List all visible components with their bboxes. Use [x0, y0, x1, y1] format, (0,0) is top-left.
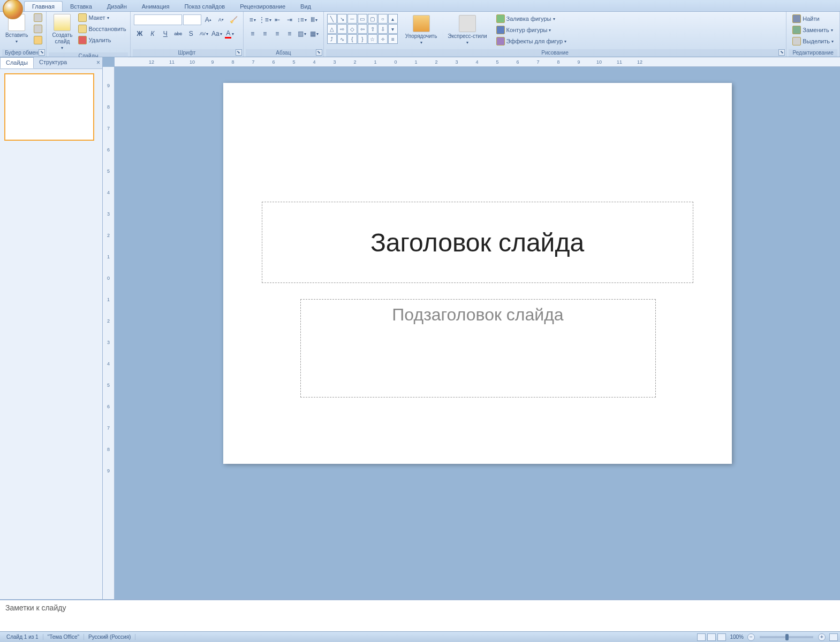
drawing-dialog-launcher[interactable]: ⬊: [778, 49, 785, 56]
tab-slideshow[interactable]: Показ слайдов: [177, 2, 232, 11]
tab-animation[interactable]: Анимация: [134, 2, 177, 11]
justify-button[interactable]: ≡: [284, 28, 296, 40]
tab-design[interactable]: Дизайн: [100, 2, 134, 11]
shape-diamond[interactable]: ◇: [347, 24, 357, 34]
font-dialog-launcher[interactable]: ⬊: [236, 49, 242, 56]
horizontal-ruler[interactable]: 1211109876543210123456789101112: [115, 57, 840, 67]
pen-icon: [496, 26, 505, 34]
shape-rect2[interactable]: ▢: [368, 14, 377, 24]
increase-indent-button[interactable]: ⇥: [284, 14, 296, 26]
shape-rarrow[interactable]: ⇨: [337, 24, 347, 34]
shape-arrow[interactable]: ↘: [337, 14, 347, 24]
normal-view-button[interactable]: [697, 633, 706, 641]
shape-callout[interactable]: ✧: [378, 34, 388, 44]
shape-fill-button[interactable]: Заливка фигуры ▾: [495, 14, 569, 24]
slideshow-view-button[interactable]: [717, 633, 726, 641]
find-button[interactable]: Найти: [791, 14, 835, 24]
slide-thumbnail-1[interactable]: [4, 73, 94, 141]
layout-button[interactable]: Макет ▾: [77, 13, 127, 22]
numbering-button[interactable]: ⋮≡▾: [259, 14, 271, 26]
select-button[interactable]: Выделить ▾: [791, 36, 835, 46]
grow-font-button[interactable]: A▴: [202, 14, 214, 26]
columns-button[interactable]: ▥▾: [296, 28, 308, 40]
vertical-ruler[interactable]: 9876543210123456789: [103, 67, 115, 599]
shape-brace2[interactable]: }: [358, 34, 367, 44]
shape-star[interactable]: ☆: [368, 34, 377, 44]
subtitle-placeholder[interactable]: Подзаголовок слайда: [300, 299, 656, 398]
thumbnails-area[interactable]: 1: [0, 69, 102, 599]
text-direction-button[interactable]: Ⅲ▾: [308, 14, 320, 26]
shape-outline-button[interactable]: Контур фигуры ▾: [495, 25, 569, 35]
change-case-button[interactable]: Aa▾: [211, 28, 223, 40]
shape-curve[interactable]: ⤴: [327, 34, 337, 44]
zoom-in-button[interactable]: +: [818, 633, 826, 641]
status-language[interactable]: Русский (Россия): [84, 634, 135, 640]
align-right-button[interactable]: ≡: [271, 28, 283, 40]
underline-button[interactable]: Ч: [160, 28, 171, 40]
format-painter-button[interactable]: [32, 35, 44, 45]
clipboard-dialog-launcher[interactable]: ⬊: [39, 49, 45, 56]
title-placeholder[interactable]: Заголовок слайда: [262, 202, 693, 283]
tab-review[interactable]: Рецензирование: [232, 2, 293, 11]
fit-window-button[interactable]: [829, 633, 838, 641]
outline-tab[interactable]: Структура: [34, 57, 72, 68]
bold-button[interactable]: Ж: [134, 28, 146, 40]
zoom-percent[interactable]: 100%: [730, 634, 744, 640]
align-center-button[interactable]: ≡: [259, 28, 271, 40]
work-area: Слайды Структура × 1 1211109876543210123…: [0, 57, 840, 599]
shadow-button[interactable]: S: [185, 28, 197, 40]
zoom-out-button[interactable]: −: [747, 633, 755, 641]
shape-uarrow[interactable]: ⇧: [368, 24, 377, 34]
status-theme[interactable]: "Тема Office": [43, 634, 84, 640]
slides-tab[interactable]: Слайды: [0, 57, 34, 68]
clipboard-group-label: Буфер обмена: [2, 49, 44, 57]
slide-canvas[interactable]: Заголовок слайда Подзаголовок слайда: [223, 83, 732, 464]
decrease-indent-button[interactable]: ⇤: [271, 14, 283, 26]
shape-rect[interactable]: ▭: [358, 14, 367, 24]
bullets-button[interactable]: ≡▾: [247, 14, 259, 26]
cut-button[interactable]: [32, 13, 44, 22]
shape-more-up[interactable]: ▴: [388, 14, 398, 24]
shape-tri[interactable]: △: [327, 24, 337, 34]
font-size-combo[interactable]: [183, 14, 201, 25]
italic-button[interactable]: К: [147, 28, 158, 40]
spacing-button[interactable]: AV▾: [198, 28, 210, 40]
quick-styles-button[interactable]: Экспресс-стили ▾: [444, 14, 490, 47]
canvas-wrap[interactable]: Заголовок слайда Подзаголовок слайда: [115, 67, 840, 599]
paragraph-dialog-launcher[interactable]: ⬊: [316, 49, 322, 56]
close-panel-button[interactable]: ×: [96, 59, 100, 66]
shape-line[interactable]: ╲: [327, 14, 337, 24]
shape-gallery-expand[interactable]: ≡: [388, 34, 398, 44]
new-slide-button[interactable]: Создать слайд ▾: [49, 13, 75, 52]
tab-view[interactable]: Вид: [293, 2, 319, 11]
shape-oval[interactable]: ○: [378, 14, 388, 24]
font-color-button[interactable]: A▾: [224, 28, 236, 40]
convert-smartart-button[interactable]: ▦▾: [308, 28, 320, 40]
zoom-slider[interactable]: [760, 636, 813, 638]
sorter-view-button[interactable]: [707, 633, 716, 641]
shape-brace[interactable]: {: [347, 34, 357, 44]
line-spacing-button[interactable]: ↕≡▾: [296, 14, 308, 26]
font-family-combo[interactable]: [134, 14, 182, 25]
arrange-button[interactable]: Упорядочить ▾: [402, 14, 441, 47]
reset-button[interactable]: Восстановить: [77, 24, 127, 34]
shapes-gallery[interactable]: ╲ ↘ ─ ▭ ▢ ○ ▴ △ ⇨ ◇ ⇦ ⇧ ⇩ ▾ ⤴ ∿ {: [327, 14, 398, 44]
shape-larrow[interactable]: ⇦: [358, 24, 367, 34]
copy-button[interactable]: [32, 24, 44, 34]
replace-button[interactable]: Заменить ▾: [791, 25, 835, 35]
delete-slide-button[interactable]: Удалить: [77, 35, 127, 45]
clear-format-button[interactable]: 🧹: [228, 14, 240, 26]
shape-line2[interactable]: ─: [347, 14, 357, 24]
shape-more-down[interactable]: ▾: [388, 24, 398, 34]
tab-home[interactable]: Главная: [24, 1, 63, 11]
zoom-slider-thumb[interactable]: [785, 634, 789, 640]
shape-darrow[interactable]: ⇩: [378, 24, 388, 34]
notes-pane[interactable]: Заметки к слайду: [0, 599, 840, 631]
shrink-font-button[interactable]: A▾: [215, 14, 227, 26]
shape-effects-button[interactable]: Эффекты для фигур ▾: [495, 36, 569, 46]
tab-insert[interactable]: Вставка: [63, 2, 100, 11]
strike-button[interactable]: abc: [172, 28, 184, 40]
status-slide-count[interactable]: Слайд 1 из 1: [2, 634, 43, 640]
shape-curve2[interactable]: ∿: [337, 34, 347, 44]
align-left-button[interactable]: ≡: [247, 28, 259, 40]
